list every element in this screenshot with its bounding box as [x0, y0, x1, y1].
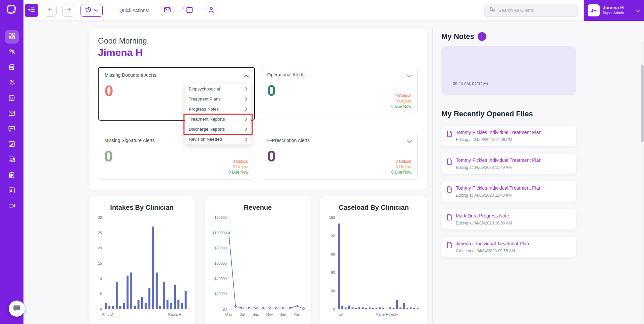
file-title[interactable]: Tommy Pickles Individual Treatment Plan: [456, 130, 541, 135]
dropdown-item-label: Treatment Reports: [189, 117, 225, 122]
back-button[interactable]: [44, 4, 57, 17]
document-icon: [447, 186, 452, 198]
sidebar-item-clients[interactable]: [5, 46, 19, 59]
file-title[interactable]: Jimena L Individual Treatment Plan: [456, 241, 529, 246]
user-name: Jimena H: [603, 5, 633, 11]
video-camera-icon: [8, 202, 15, 211]
new-appointment-button[interactable]: +: [182, 6, 193, 14]
dropdown-item-discharge-reports[interactable]: Discharge Reports 0: [185, 124, 251, 134]
operational-alerts-card[interactable]: Operational Alerts 0 0 Critical 0 Urgent…: [261, 67, 418, 114]
recent-file-item[interactable]: Jimena L Individual Treatment Plan Creat…: [441, 237, 576, 257]
svg-text:60: 60: [331, 270, 335, 274]
critical-stat: 0 Critical: [395, 159, 411, 164]
due-now-stat: 0 Due Now: [391, 170, 411, 175]
dropdown-item-revision-needed[interactable]: Revision Needed 0: [185, 134, 251, 144]
dropdown-item-biopsychosocial[interactable]: Biopsychosocial 0: [185, 84, 251, 94]
e-prescription-alerts-card[interactable]: E-Prescription Alerts 0 0 Critical 0 Urg…: [261, 133, 418, 180]
forum-icon: [8, 156, 15, 165]
svg-text:120000: 120000: [214, 215, 227, 219]
document-icon: [447, 130, 452, 142]
recent-file-item[interactable]: Tommy Pickles Individual Treatment Plan …: [441, 153, 576, 174]
document-icon: [447, 214, 452, 225]
sidebar-nav: [5, 30, 19, 215]
svg-text:15: 15: [98, 261, 102, 265]
svg-text:Jan: Jan: [280, 312, 286, 316]
user-menu[interactable]: JH Jimena H Super Admin: [584, 0, 644, 21]
svg-text:Sep: Sep: [253, 312, 259, 316]
file-title[interactable]: Tommy Pickles Individual Treatment Plan: [456, 157, 541, 163]
support-chat-button[interactable]: [9, 301, 25, 317]
svg-text:120: 120: [329, 234, 335, 238]
file-title[interactable]: Tommy Pickles Individual Treatment Plan: [456, 185, 541, 191]
missing-document-alerts-card[interactable]: Missing Document Alerts 0 Biopsychosocia…: [98, 67, 255, 121]
dropdown-item-treatment-reports[interactable]: Treatment Reports 0: [185, 114, 251, 124]
sidebar-item-forum[interactable]: [5, 153, 19, 167]
dropdown-item-treatment-plans[interactable]: Treatment Plans 0: [185, 94, 251, 104]
svg-text:May: May: [225, 312, 232, 316]
search-clients-field[interactable]: [484, 4, 578, 17]
new-message-button[interactable]: +: [161, 6, 171, 14]
user-avatar: JH: [588, 4, 600, 16]
note-timestamp: 09:24 AM, 04/07 Fri: [453, 81, 488, 86]
user-meta: Jimena H Super Admin: [603, 5, 633, 15]
quick-actions-label: Quick Actions:: [119, 8, 149, 13]
svg-text:$20000: $20000: [214, 292, 227, 296]
sidebar-item-dashboard[interactable]: [5, 30, 19, 44]
arrow-left-icon: [47, 6, 54, 14]
mail-plus-icon: [164, 6, 171, 14]
dashboard-column: Good Morning, Jimena H Missing Document …: [88, 27, 427, 324]
forward-button[interactable]: [62, 4, 75, 17]
scrollbar-thumb[interactable]: [641, 65, 644, 142]
dashboard-icon: [8, 33, 15, 41]
app-logo[interactable]: [0, 0, 23, 21]
sidebar-item-tasks[interactable]: [5, 169, 19, 182]
recent-file-item[interactable]: Tommy Pickles Individual Treatment Plan …: [441, 181, 576, 202]
sidebar-collapse-button[interactable]: [25, 4, 38, 17]
charts-row: Intakes By Clinician 051015202530Amy QPa…: [88, 196, 427, 324]
file-meta: Tommy Pickles Individual Treatment Plan …: [456, 185, 541, 198]
svg-text:0: 0: [100, 307, 102, 311]
sidebar-item-contacts[interactable]: [5, 76, 19, 90]
my-notes-header: My Notes +: [441, 32, 576, 41]
missing-documents-dropdown: Biopsychosocial 0 Treatment Plans 0 Prog…: [185, 84, 251, 145]
file-subtitle: Editing at 04/06/2023 11:49 AM: [456, 165, 541, 170]
file-meta: Tommy Pickles Individual Treatment Plan …: [456, 157, 541, 170]
plus-icon: +: [480, 32, 484, 40]
chevron-down-icon[interactable]: [407, 73, 412, 79]
calendar-check-icon: [8, 94, 15, 103]
alert-stats: 0 Critical 0 Urgent 0 Due Now: [391, 159, 411, 175]
caseload-by-clinician-chart: 0306090120150nullMarie Holiday: [326, 214, 422, 319]
sidebar: [0, 0, 23, 324]
new-client-button[interactable]: +: [205, 6, 215, 14]
svg-text:25: 25: [98, 231, 102, 235]
svg-text:Mar: Mar: [293, 312, 300, 316]
dropdown-item-value: 0: [245, 86, 247, 91]
sidebar-item-appointments[interactable]: [5, 92, 19, 105]
sidebar-item-practice[interactable]: [5, 61, 19, 74]
greeting-card: Good Morning, Jimena H Missing Document …: [88, 27, 427, 190]
add-note-button[interactable]: +: [478, 32, 486, 41]
sidebar-item-messages[interactable]: [5, 123, 19, 136]
scrollbar-track[interactable]: [641, 42, 644, 324]
revenue-chart-card: Revenue $0$20000$40000$60000$80000$10000…: [204, 196, 312, 324]
sidebar-item-telehealth[interactable]: [5, 200, 19, 213]
alert-title: Operational Alerts: [267, 72, 412, 77]
alert-count: 0: [267, 81, 412, 100]
chevron-down-icon[interactable]: [407, 138, 412, 144]
my-notes-title: My Notes: [441, 32, 474, 41]
sidebar-item-mail[interactable]: [5, 107, 19, 121]
recent-file-item[interactable]: Mark Drea Progress Note Editing at 04/06…: [441, 209, 576, 230]
sidebar-item-notes[interactable]: [5, 138, 19, 151]
brand-logo-icon: [7, 5, 17, 16]
file-title[interactable]: Mark Drea Progress Note: [456, 213, 512, 218]
history-dropdown-button[interactable]: [80, 4, 103, 17]
chat-bubble-icon: [8, 125, 15, 134]
recent-file-item[interactable]: Tommy Pickles Individual Treatment Plan …: [441, 126, 576, 146]
people-group-icon: [8, 48, 15, 57]
dropdown-item-progress-notes[interactable]: Progress Notes 0: [185, 104, 251, 114]
chevron-up-icon[interactable]: [244, 73, 249, 79]
note-card[interactable]: 09:24 AM, 04/07 Fri: [441, 46, 576, 95]
search-input[interactable]: [498, 8, 573, 13]
sidebar-item-reports[interactable]: [5, 184, 19, 198]
urgent-stat: 0 Urgent: [233, 165, 248, 169]
